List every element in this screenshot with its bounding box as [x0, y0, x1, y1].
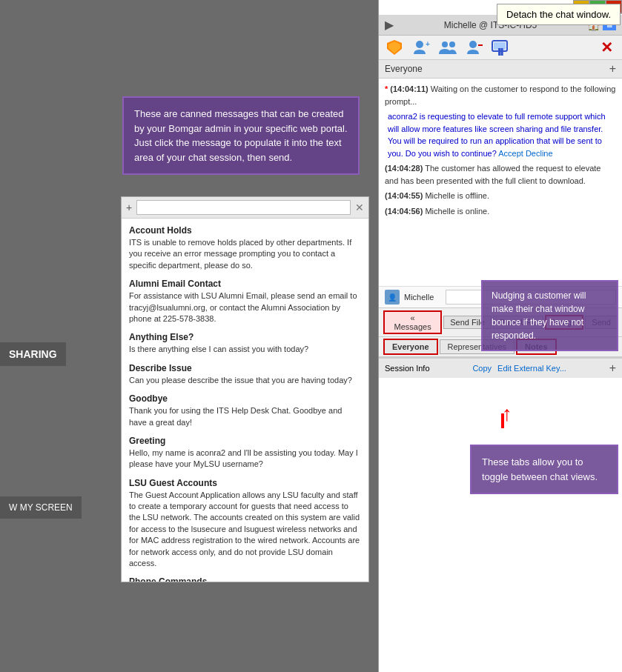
- nudge-tooltip-text: Nudging a customer will make their chat …: [492, 290, 586, 341]
- message-3: (14:04:55) Michelle is offline.: [385, 190, 616, 202]
- canned-add-icon[interactable]: +: [126, 202, 132, 213]
- everyone-label: Everyone: [385, 64, 423, 74]
- msg-timestamp-3: (14:04:55): [385, 191, 423, 200]
- show-screen-label: W MY SCREEN: [0, 496, 82, 519]
- everyone-plus-icon[interactable]: +: [609, 62, 616, 76]
- msg-timestamp-1: (14:04:11): [390, 84, 428, 93]
- canned-item-body: The Guest Account Application allows any…: [129, 490, 361, 570]
- canned-search-input[interactable]: [136, 200, 351, 215]
- canned-item-body: For assistance with LSU Alumni Email, pl…: [129, 290, 361, 325]
- canned-item-body: Can you please describe the issue that y…: [129, 375, 361, 386]
- msg-timestamp-4: (14:04:56): [385, 207, 423, 216]
- decline-link[interactable]: Decline: [526, 149, 553, 158]
- svg-text:▐▌: ▐▌: [496, 47, 506, 56]
- canned-popup: + ✕ Account Holds ITS is unable to remov…: [121, 196, 369, 582]
- arrow-up-body: [501, 413, 504, 428]
- canned-list-item[interactable]: Account Holds ITS is unable to remove ho…: [122, 222, 368, 275]
- chat-messages: * (14:04:11) Waiting on the customer to …: [379, 79, 622, 286]
- message-4: (14:04:56) Michelle is online.: [385, 205, 616, 218]
- chat-header-arrow[interactable]: ▶: [385, 18, 394, 32]
- message-2: (14:04:28) The customer has allowed the …: [385, 162, 616, 187]
- session-links: Copy Edit External Key...: [472, 364, 566, 373]
- msg-text-4: Michelle is online.: [425, 207, 489, 216]
- svg-point-4: [442, 41, 448, 47]
- toolbar-icons: + ▐▌ ✕: [379, 36, 622, 60]
- tabs-tooltip: These tabs allow you to toggle between c…: [470, 445, 618, 494]
- session-info-label: Session Info: [385, 364, 430, 373]
- canned-item-title: Account Holds: [129, 225, 361, 236]
- canned-item-title: Greeting: [129, 436, 361, 446]
- canned-item-title: Phone Commands: [129, 576, 361, 582]
- canned-tooltip: These are canned messages that can be cr…: [122, 96, 360, 175]
- sharing-label: SHARING: [0, 342, 66, 366]
- shield-icon[interactable]: [385, 39, 404, 56]
- nudge-tooltip: Nudging a customer will make their chat …: [481, 280, 618, 351]
- canned-tooltip-text: These are canned messages that can be cr…: [134, 108, 348, 163]
- canned-popup-header: + ✕: [122, 197, 368, 219]
- remove-user-icon[interactable]: [465, 39, 484, 56]
- canned-item-title: LSU Guest Accounts: [129, 478, 361, 488]
- tab-everyone[interactable]: Everyone: [383, 339, 438, 355]
- canned-list-item[interactable]: Greeting Hello, my name is aconra2 and I…: [122, 432, 368, 474]
- canned-list-item[interactable]: Phone Commands For LSU campus phone comm…: [122, 573, 368, 582]
- canned-list-item[interactable]: Alumni Email Contact For assistance with…: [122, 275, 368, 328]
- accept-link[interactable]: Accept: [498, 149, 523, 158]
- canned-item-body: Thank you for using the ITS Help Desk Ch…: [129, 405, 361, 428]
- canned-item-title: Describe Issue: [129, 363, 361, 373]
- canned-list-item[interactable]: Goodbye Thank you for using the ITS Help…: [122, 390, 368, 432]
- message-1: * (14:04:11) Waiting on the customer to …: [385, 83, 616, 107]
- svg-point-5: [449, 41, 455, 47]
- svg-point-2: [416, 41, 423, 48]
- svg-text:+: +: [426, 40, 430, 48]
- msg-text-3: Michelle is offline.: [425, 191, 489, 200]
- michelle-avatar: 👤: [385, 290, 400, 305]
- svg-point-6: [469, 41, 477, 48]
- detach-tooltip-text: Detach the chat window.: [506, 9, 611, 20]
- canned-close-icon[interactable]: ✕: [355, 202, 364, 213]
- copy-link[interactable]: Copy: [472, 364, 492, 373]
- canned-list: Account Holds ITS is unable to remove ho…: [122, 219, 368, 582]
- close-session-icon[interactable]: ✕: [597, 39, 616, 56]
- edit-key-link[interactable]: Edit External Key...: [497, 364, 566, 373]
- canned-item-body: Is there anything else I can assist you …: [129, 344, 361, 355]
- canned-item-body: ITS is unable to remove holds placed by …: [129, 237, 361, 271]
- tabs-tooltip-text: These tabs allow you to toggle between c…: [482, 456, 598, 482]
- canned-item-title: Anything Else?: [129, 332, 361, 342]
- canned-list-item[interactable]: Describe Issue Can you please describe t…: [122, 359, 368, 390]
- message-1-body: aconra2 is requesting to elevate to full…: [388, 110, 616, 159]
- users-icon[interactable]: [438, 39, 457, 56]
- canned-item-title: Alumni Email Contact: [129, 279, 361, 289]
- asterisk-icon: *: [385, 84, 388, 93]
- canned-list-item[interactable]: Anything Else? Is there anything else I …: [122, 328, 368, 359]
- session-plus-icon[interactable]: +: [609, 362, 616, 375]
- michelle-name-label: Michelle: [404, 293, 441, 302]
- everyone-bar: Everyone +: [379, 60, 622, 79]
- detach-tooltip: Detach the chat window.: [497, 4, 621, 25]
- canned-item-title: Goodbye: [129, 393, 361, 404]
- session-info: Session Info Copy Edit External Key... +: [379, 358, 622, 378]
- canned-list-item[interactable]: LSU Guest Accounts The Guest Account App…: [122, 474, 368, 573]
- add-user-icon[interactable]: +: [411, 39, 431, 56]
- msg-timestamp-2: (14:04:28): [385, 164, 423, 173]
- canned-item-body: Hello, my name is aconra2 and I'll be as…: [129, 448, 361, 470]
- messages-button[interactable]: « Messages: [383, 310, 442, 334]
- screen-share-icon[interactable]: ▐▌: [492, 39, 511, 56]
